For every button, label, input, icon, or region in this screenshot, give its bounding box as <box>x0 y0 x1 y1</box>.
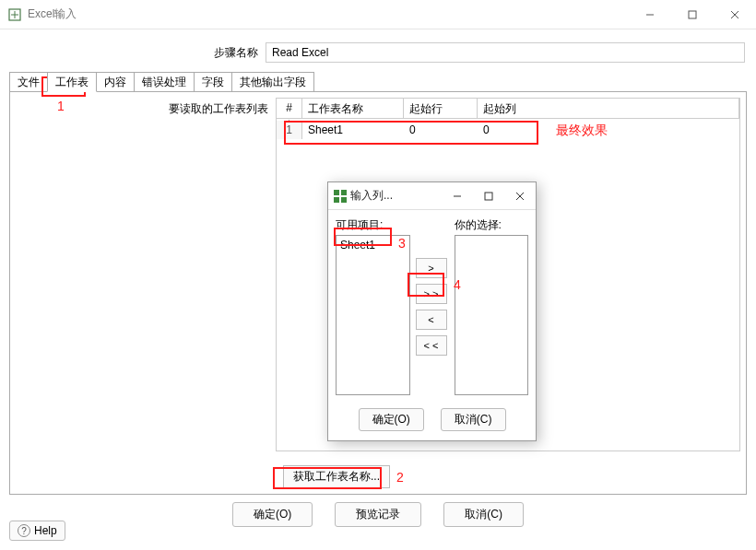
dialog-maximize-button[interactable] <box>473 183 504 209</box>
maximize-button[interactable] <box>671 0 714 29</box>
cell-name[interactable]: Sheet1 <box>302 121 404 139</box>
dialog-ok-button[interactable]: 确定(O) <box>359 408 424 431</box>
ok-button[interactable]: 确定(O) <box>232 502 313 527</box>
col-head-name: 工作表名称 <box>302 99 404 118</box>
titlebar: Excel输入 <box>0 0 756 29</box>
help-button[interactable]: ? Help <box>9 521 65 541</box>
add-button[interactable]: > <box>416 258 447 278</box>
tabstrip: 文件 工作表 内容 错误处理 字段 其他输出字段 <box>9 72 747 92</box>
tab-otherfields[interactable]: 其他输出字段 <box>231 72 314 92</box>
dialog-cancel-button[interactable]: 取消(C) <box>441 408 506 431</box>
tab-worksheet[interactable]: 工作表 <box>47 72 97 92</box>
table-head: # ▲ 工作表名称 起始行 起始列 <box>277 99 739 119</box>
dialog-icon <box>334 190 347 203</box>
col-head-num: # <box>286 101 292 114</box>
col-head-startrow: 起始行 <box>404 99 478 118</box>
footer: 确定(O) 预览记录 取消(C) <box>9 502 747 527</box>
help-icon: ? <box>18 524 30 537</box>
dialog-close-button[interactable] <box>504 183 536 209</box>
tab-content[interactable]: 内容 <box>96 72 135 92</box>
svg-rect-5 <box>334 190 339 195</box>
remove-button[interactable]: < <box>416 310 447 330</box>
svg-rect-7 <box>334 197 339 203</box>
table-row[interactable]: 1 Sheet1 0 0 <box>277 119 739 141</box>
remove-all-button[interactable]: < < <box>416 335 447 356</box>
dialog-titlebar[interactable]: 输入列... <box>328 182 536 210</box>
step-name-label: 步骤名称 <box>9 45 266 61</box>
get-sheets-button[interactable]: 获取工作表名称... <box>283 465 390 488</box>
tab-file[interactable]: 文件 <box>9 72 48 92</box>
step-name-input[interactable] <box>266 42 745 63</box>
titlebar-controls <box>629 0 756 29</box>
svg-rect-6 <box>341 190 347 195</box>
list-item[interactable]: Sheet1 <box>338 238 408 252</box>
minimize-button[interactable] <box>629 0 671 29</box>
preview-button[interactable]: 预览记录 <box>335 502 421 527</box>
cell-num: 1 <box>277 121 302 139</box>
help-label: Help <box>34 524 57 537</box>
cancel-button[interactable]: 取消(C) <box>443 502 524 527</box>
window-title: Excel输入 <box>28 6 77 22</box>
available-label: 可用项目: <box>336 217 410 233</box>
selected-label: 你的选择: <box>455 217 529 233</box>
app-icon <box>7 7 22 22</box>
dialog-minimize-button[interactable] <box>442 183 473 209</box>
tab-fields[interactable]: 字段 <box>194 72 232 92</box>
svg-rect-10 <box>485 193 492 200</box>
svg-rect-8 <box>341 197 347 203</box>
tab-error[interactable]: 错误处理 <box>134 72 195 92</box>
cell-startcol[interactable]: 0 <box>478 121 739 139</box>
svg-rect-2 <box>689 11 696 18</box>
dialog-input-column: 输入列... 可用项目: Sheet1 > > > < < < 你的选择: <box>327 181 537 441</box>
add-all-button[interactable]: > > <box>416 284 447 304</box>
step-name-row: 步骤名称 <box>9 42 747 63</box>
close-button[interactable] <box>714 0 756 29</box>
available-list[interactable]: Sheet1 <box>336 235 410 395</box>
dialog-title: 输入列... <box>350 188 393 204</box>
col-head-startcol: 起始列 <box>478 99 739 118</box>
sheet-list-label: 要读取的工作表列表 <box>16 98 276 451</box>
selected-list[interactable] <box>455 235 529 395</box>
cell-startrow[interactable]: 0 <box>404 121 478 139</box>
